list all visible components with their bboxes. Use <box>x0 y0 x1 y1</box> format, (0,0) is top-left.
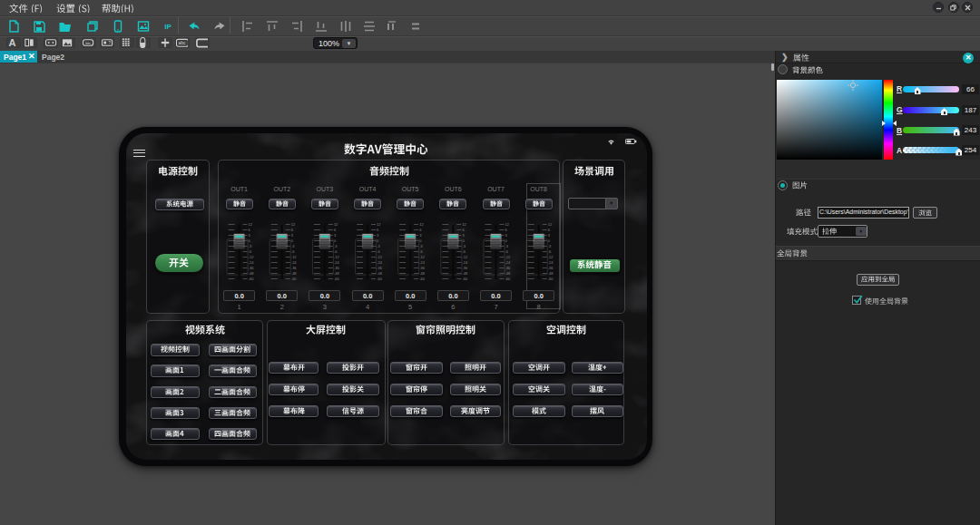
svg-text:12: 12 <box>462 222 466 227</box>
svg-text:-3: -3 <box>334 244 338 248</box>
svg-text:-3: -3 <box>419 244 423 248</box>
svg-text:3: 3 <box>505 233 508 238</box>
svg-text:-36: -36 <box>505 266 512 270</box>
svg-text:0: 0 <box>249 238 251 243</box>
svg-text:-12: -12 <box>334 255 340 259</box>
svg-text:3: 3 <box>462 233 465 238</box>
svg-text:-3: -3 <box>377 244 380 248</box>
svg-text:-48: -48 <box>334 271 340 276</box>
svg-text:0: 0 <box>291 238 294 243</box>
svg-text:-3: -3 <box>548 244 552 248</box>
svg-text:12: 12 <box>334 222 338 227</box>
svg-text:6: 6 <box>291 228 294 232</box>
svg-text:-60: -60 <box>419 277 426 281</box>
svg-text:-12: -12 <box>249 255 255 259</box>
svg-text:-36: -36 <box>249 266 255 270</box>
svg-text:-60: -60 <box>377 277 383 281</box>
svg-text:-6: -6 <box>249 249 252 254</box>
svg-text:-60: -60 <box>548 277 554 281</box>
svg-text:-48: -48 <box>291 271 298 276</box>
svg-text:12: 12 <box>291 222 296 227</box>
svg-text:0: 0 <box>334 238 337 243</box>
svg-text:6: 6 <box>249 228 251 232</box>
svg-text:6: 6 <box>377 228 379 232</box>
svg-text:abc: abc <box>178 40 186 45</box>
svg-text:-36: -36 <box>419 266 426 270</box>
svg-text:-24: -24 <box>377 260 383 265</box>
svg-text:3: 3 <box>377 233 379 238</box>
svg-text:12: 12 <box>249 222 253 227</box>
svg-text:6: 6 <box>462 228 465 232</box>
svg-text:12: 12 <box>377 222 381 227</box>
svg-text:-48: -48 <box>249 271 255 276</box>
svg-text:-48: -48 <box>419 271 426 276</box>
svg-text:-48: -48 <box>462 271 468 276</box>
svg-text:0: 0 <box>377 238 379 243</box>
svg-text:-24: -24 <box>334 260 340 265</box>
svg-text:-24: -24 <box>548 260 554 265</box>
svg-text:-24: -24 <box>419 260 426 265</box>
svg-text:12: 12 <box>548 222 553 227</box>
svg-text:-12: -12 <box>462 255 468 259</box>
svg-text:-3: -3 <box>505 244 509 248</box>
svg-text:-48: -48 <box>505 271 512 276</box>
svg-text:-60: -60 <box>505 277 512 281</box>
svg-text:3: 3 <box>548 233 551 238</box>
svg-text:-60: -60 <box>291 277 298 281</box>
svg-text:?: ? <box>108 41 111 45</box>
svg-text:-24: -24 <box>291 260 298 265</box>
svg-text:-36: -36 <box>334 266 340 270</box>
svg-text:-6: -6 <box>548 249 552 254</box>
svg-text:-6: -6 <box>419 249 423 254</box>
svg-text:3: 3 <box>291 233 294 238</box>
svg-text:0: 0 <box>462 238 465 243</box>
svg-text:-3: -3 <box>249 244 252 248</box>
svg-text:-24: -24 <box>505 260 512 265</box>
svg-text:-60: -60 <box>249 277 255 281</box>
svg-text:-24: -24 <box>249 260 255 265</box>
svg-text:-6: -6 <box>462 249 466 254</box>
svg-text:-12: -12 <box>419 255 426 259</box>
svg-text:-48: -48 <box>377 271 383 276</box>
svg-text:6: 6 <box>505 228 508 232</box>
svg-text:-12: -12 <box>505 255 512 259</box>
svg-text:0: 0 <box>419 238 422 243</box>
svg-text:-36: -36 <box>291 266 298 270</box>
svg-text:6: 6 <box>334 228 337 232</box>
svg-text:3: 3 <box>249 233 251 238</box>
svg-text:0: 0 <box>548 238 551 243</box>
svg-text:3: 3 <box>334 233 337 238</box>
svg-text:-3: -3 <box>291 244 295 248</box>
svg-text:0: 0 <box>505 238 508 243</box>
svg-text:-6: -6 <box>505 249 509 254</box>
svg-text:btn: btn <box>85 41 91 45</box>
svg-text:6: 6 <box>419 228 422 232</box>
svg-text:-48: -48 <box>548 271 554 276</box>
svg-text:A: A <box>9 37 16 48</box>
svg-text:-60: -60 <box>462 277 468 281</box>
svg-text:-60: -60 <box>334 277 340 281</box>
svg-text:-36: -36 <box>377 266 383 270</box>
svg-text:3: 3 <box>419 233 422 238</box>
svg-text:IP: IP <box>164 23 172 31</box>
svg-text:-12: -12 <box>291 255 298 259</box>
svg-text:-12: -12 <box>548 255 554 259</box>
svg-text:-36: -36 <box>462 266 468 270</box>
svg-text:-3: -3 <box>462 244 466 248</box>
svg-text:-36: -36 <box>548 266 554 270</box>
svg-text:12: 12 <box>505 222 510 227</box>
svg-text:-6: -6 <box>291 249 295 254</box>
svg-text:-6: -6 <box>334 249 338 254</box>
svg-text:-6: -6 <box>377 249 380 254</box>
svg-text:6: 6 <box>548 228 551 232</box>
svg-text:-24: -24 <box>462 260 468 265</box>
svg-text:12: 12 <box>419 222 424 227</box>
svg-text:-12: -12 <box>377 255 383 259</box>
